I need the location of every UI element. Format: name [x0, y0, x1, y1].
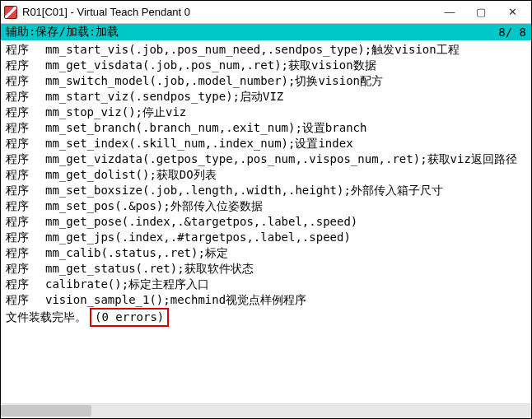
line-content: mm_get_pose(.index,.&targetpos,.label,.s…: [45, 214, 357, 230]
line-content: mm_start_vis(.job,.pos_num_need,.sendpos…: [45, 42, 460, 58]
line-tag: 程序: [6, 167, 45, 183]
code-line[interactable]: 程序mm_get_vizdata(.getpos_type,.pos_num,.…: [6, 151, 526, 167]
code-line[interactable]: 程序mm_get_jps(.index,.#targetpos,.label,.…: [6, 230, 526, 245]
status-text: 辅助:保存/加载:加载: [6, 25, 498, 40]
line-tag: 程序: [6, 245, 45, 261]
line-tag: 程序: [6, 214, 45, 230]
code-line[interactable]: 程序mm_get_visdata(.job,.pos_num,.ret);获取v…: [6, 58, 526, 73]
minimize-button[interactable]: —: [434, 2, 465, 22]
title-bar[interactable]: R01[C01] - Virtual Teach Pendant 0 — ▢ ✕: [1, 1, 531, 24]
line-content: mm_set_boxsize(.job,.length,.width,.heig…: [45, 183, 443, 198]
line-tag: 程序: [6, 230, 45, 245]
code-line[interactable]: 程序mm_calib(.status,.ret);标定: [6, 245, 526, 261]
code-area[interactable]: 程序mm_start_vis(.job,.pos_num_need,.sendp…: [1, 40, 531, 403]
line-content: mm_get_dolist();获取DO列表: [45, 167, 217, 183]
code-line[interactable]: 程序mm_switch_model(.job,.model_number);切换…: [6, 73, 526, 89]
status-counter: 8/ 8: [498, 26, 526, 39]
line-tag: 程序: [6, 105, 45, 120]
line-content: mm_get_vizdata(.getpos_type,.pos_num,.vi…: [45, 151, 517, 167]
code-line[interactable]: 程序mm_start_viz(.sendpos_type);启动VIZ: [6, 89, 526, 105]
line-tag: 程序: [6, 198, 45, 214]
line-content: mm_get_visdata(.job,.pos_num,.ret);获取vis…: [45, 58, 376, 73]
code-line[interactable]: 程序mm_get_pose(.index,.&targetpos,.label,…: [6, 214, 526, 230]
load-complete-text: 文件装载完毕。: [6, 310, 86, 325]
line-content: mm_set_pos(.&pos);外部传入位姿数据: [45, 198, 263, 214]
line-content: mm_set_index(.skill_num,.index_num);设置in…: [45, 136, 353, 151]
line-content: mm_get_jps(.index,.#targetpos,.label,.sp…: [45, 230, 351, 245]
code-line[interactable]: 程序mm_set_pos(.&pos);外部传入位姿数据: [6, 198, 526, 214]
line-tag: 程序: [6, 151, 45, 167]
line-tag: 程序: [6, 120, 45, 136]
code-line[interactable]: 程序calibrate();标定主程序入口: [6, 277, 526, 292]
line-tag: 程序: [6, 73, 45, 89]
code-line[interactable]: 程序mm_get_dolist();获取DO列表: [6, 167, 526, 183]
close-button[interactable]: ✕: [497, 2, 528, 22]
code-line[interactable]: 程序mm_set_branch(.branch_num,.exit_num);设…: [6, 120, 526, 136]
window-title: R01[C01] - Virtual Teach Pendant 0: [22, 6, 434, 18]
line-tag: 程序: [6, 58, 45, 73]
line-tag: 程序: [6, 261, 45, 277]
code-line[interactable]: 程序vision_sample_1();mechmind视觉点样例程序: [6, 292, 526, 308]
horizontal-scrollbar[interactable]: [1, 403, 531, 418]
code-line[interactable]: 程序mm_set_index(.skill_num,.index_num);设置…: [6, 136, 526, 151]
app-window: R01[C01] - Virtual Teach Pendant 0 — ▢ ✕…: [0, 0, 532, 419]
code-line[interactable]: 程序mm_set_boxsize(.job,.length,.width,.he…: [6, 183, 526, 198]
code-line[interactable]: 程序mm_start_vis(.job,.pos_num_need,.sendp…: [6, 42, 526, 58]
line-tag: 程序: [6, 292, 45, 308]
code-line[interactable]: 程序mm_get_status(.ret);获取软件状态: [6, 261, 526, 277]
line-content: calibrate();标定主程序入口: [45, 277, 209, 292]
line-content: mm_stop_viz();停止viz: [45, 105, 186, 120]
error-count-box: (0 errors): [90, 308, 169, 327]
line-content: mm_switch_model(.job,.model_number);切换vi…: [45, 73, 383, 89]
line-content: vision_sample_1();mechmind视觉点样例程序: [45, 292, 306, 308]
status-bar: 辅助:保存/加载:加载 8/ 8: [1, 24, 531, 40]
line-tag: 程序: [6, 42, 45, 58]
line-tag: 程序: [6, 183, 45, 198]
line-content: mm_get_status(.ret);获取软件状态: [45, 261, 254, 277]
line-tag: 程序: [6, 89, 45, 105]
line-tag: 程序: [6, 277, 45, 292]
load-complete-line: 文件装载完毕。 (0 errors): [6, 308, 526, 327]
scrollbar-thumb[interactable]: [1, 405, 91, 417]
line-tag: 程序: [6, 136, 45, 151]
line-content: mm_set_branch(.branch_num,.exit_num);设置b…: [45, 120, 366, 136]
line-content: mm_calib(.status,.ret);标定: [45, 245, 228, 261]
line-content: mm_start_viz(.sendpos_type);启动VIZ: [45, 89, 283, 105]
maximize-button[interactable]: ▢: [465, 2, 497, 22]
app-icon: [4, 6, 17, 19]
code-line[interactable]: 程序mm_stop_viz();停止viz: [6, 105, 526, 120]
